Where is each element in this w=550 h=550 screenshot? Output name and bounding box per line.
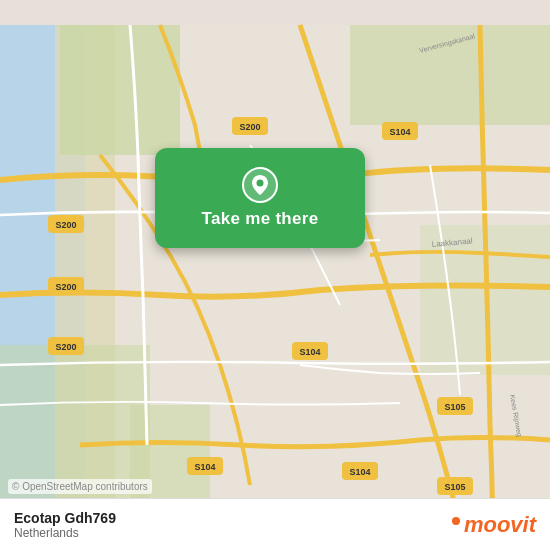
svg-text:S200: S200 (55, 220, 76, 230)
svg-text:S200: S200 (239, 122, 260, 132)
moovit-dot (452, 517, 460, 525)
moovit-logo: moovit (452, 512, 536, 538)
svg-text:S104: S104 (349, 467, 370, 477)
svg-text:S104: S104 (299, 347, 320, 357)
map-container: S200 S200 S200 S200 S104 S104 S104 S104 … (0, 0, 550, 550)
svg-point-33 (257, 180, 264, 187)
moovit-brand-text: moovit (464, 512, 536, 538)
location-name: Ecotap Gdh769 (14, 510, 116, 526)
svg-text:S104: S104 (194, 462, 215, 472)
take-me-there-button[interactable]: Take me there (155, 148, 365, 248)
map-background: S200 S200 S200 S200 S104 S104 S104 S104 … (0, 0, 550, 550)
svg-rect-4 (60, 25, 180, 155)
svg-text:S105: S105 (444, 482, 465, 492)
svg-text:S104: S104 (389, 127, 410, 137)
attribution-text: © OpenStreetMap contributors (8, 479, 152, 494)
svg-text:S200: S200 (55, 342, 76, 352)
cta-label: Take me there (202, 209, 319, 229)
location-pin-icon (242, 167, 278, 203)
svg-text:S105: S105 (444, 402, 465, 412)
location-info: Ecotap Gdh769 Netherlands (14, 510, 116, 540)
svg-text:S200: S200 (55, 282, 76, 292)
location-country: Netherlands (14, 526, 116, 540)
bottom-bar: Ecotap Gdh769 Netherlands moovit (0, 498, 550, 550)
